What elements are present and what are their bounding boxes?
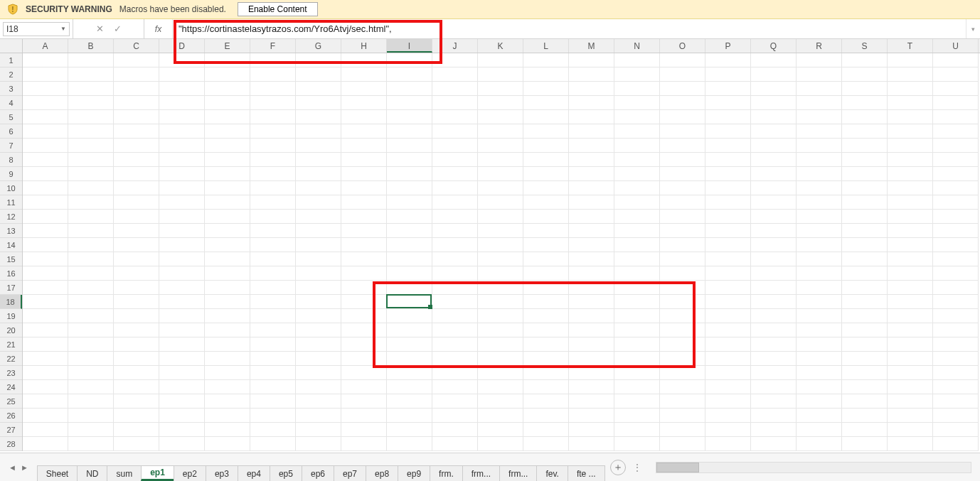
cell[interactable] bbox=[842, 167, 888, 181]
cell[interactable] bbox=[250, 309, 296, 323]
cell[interactable] bbox=[341, 309, 387, 323]
cell[interactable] bbox=[159, 238, 205, 252]
cell[interactable] bbox=[478, 82, 523, 96]
cell[interactable] bbox=[114, 195, 159, 210]
cell[interactable] bbox=[23, 352, 68, 366]
cell[interactable] bbox=[205, 437, 250, 451]
cell[interactable] bbox=[523, 96, 569, 110]
cell[interactable] bbox=[842, 153, 888, 167]
cell[interactable] bbox=[114, 366, 159, 380]
cell[interactable] bbox=[23, 266, 68, 281]
cell[interactable] bbox=[933, 266, 979, 281]
cell[interactable] bbox=[341, 366, 387, 380]
cell[interactable] bbox=[432, 181, 478, 195]
cell[interactable] bbox=[523, 181, 569, 195]
cell[interactable] bbox=[842, 67, 888, 82]
cell[interactable] bbox=[114, 352, 159, 366]
cell[interactable] bbox=[614, 110, 660, 124]
cell[interactable] bbox=[842, 366, 888, 380]
cell[interactable] bbox=[205, 124, 250, 139]
cell[interactable] bbox=[751, 337, 797, 352]
cell[interactable] bbox=[296, 423, 341, 437]
cell[interactable] bbox=[751, 238, 797, 252]
cell[interactable] bbox=[387, 181, 432, 195]
cells-area[interactable] bbox=[23, 53, 980, 453]
column-header[interactable]: M bbox=[569, 39, 614, 53]
cell[interactable] bbox=[660, 423, 705, 437]
cell[interactable] bbox=[569, 252, 614, 266]
cell[interactable] bbox=[23, 252, 68, 266]
cell[interactable] bbox=[842, 380, 888, 394]
column-header[interactable]: R bbox=[797, 39, 842, 53]
cell[interactable] bbox=[250, 124, 296, 139]
cell[interactable] bbox=[250, 295, 296, 309]
cell[interactable] bbox=[751, 167, 797, 181]
cell[interactable] bbox=[933, 252, 979, 266]
cell[interactable] bbox=[159, 195, 205, 210]
cell[interactable] bbox=[114, 167, 159, 181]
cell[interactable] bbox=[250, 181, 296, 195]
cell[interactable] bbox=[842, 252, 888, 266]
cell[interactable] bbox=[888, 53, 933, 67]
cell[interactable] bbox=[933, 139, 979, 153]
cell[interactable] bbox=[478, 394, 523, 409]
cell[interactable] bbox=[569, 266, 614, 281]
cell[interactable] bbox=[23, 210, 68, 224]
cancel-formula-icon[interactable]: ✕ bbox=[96, 23, 104, 34]
cell[interactable] bbox=[751, 53, 797, 67]
cell[interactable] bbox=[114, 409, 159, 423]
cell[interactable] bbox=[705, 380, 751, 394]
cell[interactable] bbox=[751, 323, 797, 337]
row-header[interactable]: 5 bbox=[0, 110, 22, 124]
cell[interactable] bbox=[387, 309, 432, 323]
cell[interactable] bbox=[250, 366, 296, 380]
cell[interactable] bbox=[614, 224, 660, 238]
cell[interactable] bbox=[159, 96, 205, 110]
cell[interactable] bbox=[341, 53, 387, 67]
cell[interactable] bbox=[660, 309, 705, 323]
cell[interactable] bbox=[797, 153, 842, 167]
cell[interactable] bbox=[705, 153, 751, 167]
cell[interactable] bbox=[159, 67, 205, 82]
cell[interactable] bbox=[250, 409, 296, 423]
cell[interactable] bbox=[159, 139, 205, 153]
cell[interactable] bbox=[569, 82, 614, 96]
cell[interactable] bbox=[296, 252, 341, 266]
cell[interactable] bbox=[296, 409, 341, 423]
cell[interactable] bbox=[432, 195, 478, 210]
cell[interactable] bbox=[478, 352, 523, 366]
cell[interactable] bbox=[569, 281, 614, 295]
cell[interactable] bbox=[797, 238, 842, 252]
cell[interactable] bbox=[205, 252, 250, 266]
cell[interactable] bbox=[250, 252, 296, 266]
cell[interactable] bbox=[569, 124, 614, 139]
row-header[interactable]: 24 bbox=[0, 380, 22, 394]
cell[interactable] bbox=[705, 409, 751, 423]
cell[interactable] bbox=[797, 352, 842, 366]
cell[interactable] bbox=[68, 323, 114, 337]
cell[interactable] bbox=[23, 82, 68, 96]
cell[interactable] bbox=[23, 181, 68, 195]
cell[interactable] bbox=[296, 167, 341, 181]
cell[interactable] bbox=[933, 309, 979, 323]
row-header[interactable]: 27 bbox=[0, 423, 22, 437]
cell[interactable] bbox=[250, 167, 296, 181]
cell[interactable] bbox=[842, 266, 888, 281]
cell[interactable] bbox=[933, 53, 979, 67]
cell[interactable] bbox=[387, 337, 432, 352]
cell[interactable] bbox=[705, 252, 751, 266]
cell[interactable] bbox=[114, 423, 159, 437]
cell[interactable] bbox=[797, 309, 842, 323]
cell[interactable] bbox=[569, 67, 614, 82]
cell[interactable] bbox=[614, 266, 660, 281]
cell[interactable] bbox=[660, 252, 705, 266]
cell[interactable] bbox=[797, 337, 842, 352]
cell[interactable] bbox=[205, 96, 250, 110]
cell[interactable] bbox=[432, 167, 478, 181]
cell[interactable] bbox=[523, 139, 569, 153]
cell[interactable] bbox=[341, 224, 387, 238]
cell[interactable] bbox=[933, 295, 979, 309]
cell[interactable] bbox=[705, 210, 751, 224]
cell[interactable] bbox=[341, 195, 387, 210]
cell[interactable] bbox=[933, 337, 979, 352]
